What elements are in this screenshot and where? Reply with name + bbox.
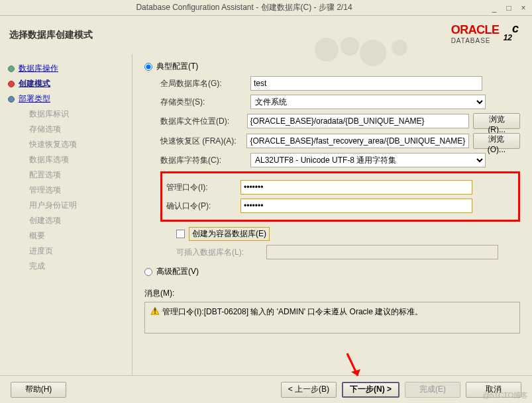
sidebar-item[interactable]: 创建模式 <box>8 76 126 91</box>
maximize-icon[interactable]: □ <box>504 3 513 13</box>
svg-point-3 <box>392 40 407 56</box>
create-cdb-label: 创建为容器数据库(E) <box>189 227 270 241</box>
fra-label: 快速恢复区 (FRA)(A): <box>160 136 242 147</box>
sidebar-item: 管理选项 <box>8 183 126 198</box>
admin-password-input[interactable] <box>240 180 472 195</box>
step-bullet-icon <box>8 66 15 72</box>
back-button[interactable]: < 上一步(B) <box>281 382 337 398</box>
sidebar-item-label: 数据库选项 <box>29 154 69 165</box>
version-text: 12c <box>504 21 519 46</box>
typical-config-label: 典型配置(T) <box>156 61 198 72</box>
next-button[interactable]: 下一步(N) > <box>342 382 399 398</box>
oracle-logo: ORACLE DATABASE 12c <box>451 21 519 46</box>
brand-sub: DATABASE <box>451 37 500 44</box>
sidebar-item-label: 部署类型 <box>19 93 50 105</box>
sidebar-item[interactable]: 部署类型 <box>8 91 126 107</box>
sidebar-item-label: 创建选项 <box>29 215 61 226</box>
sidebar-item: 创建选项 <box>8 213 126 228</box>
sidebar-item: 配置选项 <box>8 167 126 183</box>
sidebar-item-label: 数据库操作 <box>19 63 58 74</box>
finish-button: 完成(E) <box>405 382 460 398</box>
page-title: 选择数据库创建模式 <box>9 29 93 41</box>
fra-input[interactable] <box>246 134 468 148</box>
global-db-name-label: 全局数据库名(G): <box>160 78 246 89</box>
charset-select[interactable]: AL32UTF8 - Unicode UTF-8 通用字符集 <box>250 153 486 167</box>
confirm-pw-label: 确认口令(P): <box>166 201 237 212</box>
sidebar-item[interactable]: 数据库操作 <box>8 61 126 76</box>
sidebar-item-label: 创建模式 <box>19 78 50 89</box>
messages-label: 消息(M): <box>144 288 520 299</box>
message-text: 管理口令(I):[DBT-06208] 输入的 'ADMIN' 口令未遵从 Or… <box>162 306 423 318</box>
close-icon[interactable]: × <box>519 3 528 13</box>
admin-pw-label: 管理口令(I): <box>166 182 237 193</box>
typical-config-radio[interactable] <box>144 63 152 71</box>
window-title: Database Configuration Assistant - 创建数据库… <box>4 2 484 13</box>
db-files-label: 数据库文件位置(D): <box>160 116 243 127</box>
sidebar-item: 存储选项 <box>8 122 126 137</box>
sidebar-item-label: 配置选项 <box>29 169 61 181</box>
sidebar-item-label: 概要 <box>29 230 45 242</box>
svg-point-1 <box>341 37 359 56</box>
global-db-name-input[interactable] <box>250 76 482 91</box>
minimize-icon[interactable]: _ <box>490 3 499 13</box>
create-cdb-checkbox[interactable] <box>176 230 185 238</box>
watermark-text: @51CTO博客 <box>483 390 528 400</box>
step-bullet-icon <box>8 81 15 87</box>
sidebar-item: 数据库标识 <box>8 107 126 122</box>
pdb-name-input <box>266 245 498 259</box>
warning-icon: ! <box>150 306 160 316</box>
advanced-config-label: 高级配置(V) <box>156 266 199 277</box>
sidebar-item-label: 存储选项 <box>29 124 61 135</box>
pdb-name-label: 可插入数据库名(L): <box>176 247 262 258</box>
browse-db-files-button[interactable]: 浏览(R)... <box>473 113 520 129</box>
storage-type-select[interactable]: 文件系统 <box>250 95 486 109</box>
sidebar-item-label: 数据库标识 <box>29 109 69 120</box>
advanced-config-radio[interactable] <box>144 268 152 276</box>
sidebar-item-label: 快速恢复选项 <box>29 139 77 150</box>
storage-type-label: 存储类型(S): <box>160 97 246 108</box>
sidebar-item: 完成 <box>8 259 126 274</box>
password-highlight-box: 管理口令(I): 确认口令(P): <box>160 171 520 222</box>
sidebar-item: 数据库选项 <box>8 152 126 167</box>
wizard-sidebar: 数据库操作创建模式部署类型数据库标识存储选项快速恢复选项数据库选项配置选项管理选… <box>0 54 133 375</box>
sidebar-item-label: 管理选项 <box>29 185 61 196</box>
step-bullet-icon <box>8 96 15 103</box>
confirm-password-input[interactable] <box>240 199 472 213</box>
charset-label: 数据库字符集(C): <box>160 155 246 166</box>
help-button[interactable]: 帮助(H) <box>11 382 66 398</box>
browse-fra-button[interactable]: 浏览(O)... <box>473 133 520 149</box>
sidebar-item: 用户身份证明 <box>8 198 126 213</box>
messages-box: ! 管理口令(I):[DBT-06208] 输入的 'ADMIN' 口令未遵从 … <box>144 302 520 334</box>
sidebar-item-label: 进度页 <box>29 246 53 257</box>
sidebar-item: 快速恢复选项 <box>8 137 126 152</box>
sidebar-item: 概要 <box>8 228 126 244</box>
svg-text:!: ! <box>154 307 156 315</box>
brand-text: ORACLE <box>451 23 500 36</box>
sidebar-item-label: 用户身份证明 <box>29 200 77 211</box>
sidebar-item: 进度页 <box>8 244 126 259</box>
sidebar-item-label: 完成 <box>29 261 45 272</box>
db-files-input[interactable] <box>247 114 470 128</box>
